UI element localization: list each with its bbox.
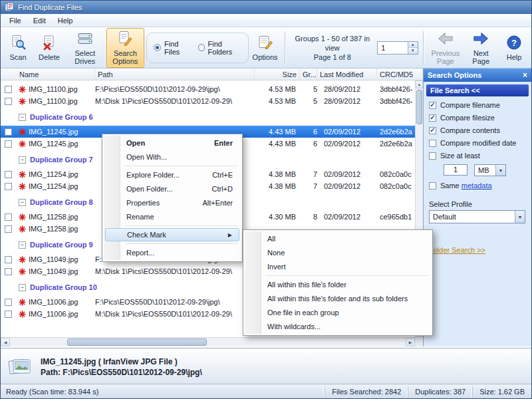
page-number-input[interactable]: 1: [378, 42, 407, 54]
row-checkbox[interactable]: [5, 171, 12, 178]
menu-item[interactable]: Explore Folder...Ctrl+E: [105, 168, 239, 182]
title-bar[interactable]: Find Duplicate Files: [1, 1, 531, 14]
close-icon[interactable]: ×: [523, 71, 527, 79]
file-search-section-header[interactable]: File Search <<: [426, 84, 529, 96]
option-label: Compare filesize: [440, 114, 495, 122]
row-checkbox[interactable]: [5, 256, 12, 263]
same-metadata-option[interactable]: Same metadata: [429, 182, 526, 190]
menu-item-label: Open With...: [126, 153, 167, 161]
chevron-down-icon: ▼: [515, 211, 525, 223]
option-checkbox[interactable]: [429, 114, 436, 122]
spinner-down-icon[interactable]: ▼: [408, 47, 418, 54]
menu-edit[interactable]: Edit: [27, 15, 52, 27]
profile-dropdown[interactable]: Default ▼: [429, 210, 525, 223]
option-checkbox[interactable]: [429, 140, 436, 147]
collapse-icon[interactable]: −: [19, 241, 26, 249]
row-checkbox[interactable]: [5, 225, 12, 233]
menu-item[interactable]: None: [246, 246, 430, 259]
option-checkbox[interactable]: [429, 127, 436, 134]
menu-item[interactable]: Invert: [246, 260, 430, 273]
row-checkbox[interactable]: [5, 213, 12, 221]
search-options-button[interactable]: Search Options: [106, 28, 145, 68]
duplicate-file-icon: [15, 213, 29, 221]
menu-item[interactable]: All: [246, 232, 430, 245]
next-page-button[interactable]: Next Page: [465, 28, 497, 68]
file-group-number: 6: [300, 128, 317, 136]
collapse-icon[interactable]: −: [19, 156, 26, 164]
menu-item[interactable]: One file in each group: [246, 306, 430, 319]
svg-text:?: ?: [511, 37, 517, 47]
scroll-left-icon[interactable]: ◀: [1, 338, 10, 346]
row-checkbox[interactable]: [5, 311, 12, 318]
menu-file[interactable]: File: [3, 15, 27, 27]
row-checkbox[interactable]: [5, 299, 12, 306]
folder-search-link[interactable]: Folder Search >>: [429, 246, 485, 254]
help-button[interactable]: ? Help: [499, 32, 529, 64]
compare-option[interactable]: Size at least: [429, 152, 526, 160]
previous-page-button[interactable]: Previous Page: [428, 28, 462, 68]
collapse-icon[interactable]: −: [19, 284, 26, 291]
page-number-stepper[interactable]: 1 ▲ ▼: [377, 41, 418, 55]
compare-option[interactable]: Compare modified date: [429, 139, 526, 147]
menu-item[interactable]: Report...: [105, 246, 239, 259]
column-header[interactable]: Gr...: [300, 68, 317, 80]
file-name: IMG_11049.jpg: [29, 267, 95, 275]
size-unit-dropdown[interactable]: MB ▼: [474, 164, 506, 176]
compare-option[interactable]: Compare filesize: [429, 114, 526, 122]
horizontal-scrollbar[interactable]: ◀ ▶: [1, 337, 415, 346]
row-checkbox[interactable]: [5, 98, 12, 105]
file-size: 4.30 MB: [255, 213, 300, 221]
find-folders-radio[interactable]: Find Folders: [198, 40, 241, 56]
scroll-right-icon[interactable]: ▶: [406, 338, 415, 346]
file-row[interactable]: IMG_11100.jpgM:\Disk 1\Pics\EOS550D\101\…: [1, 95, 415, 107]
size-input[interactable]: 1: [444, 164, 467, 176]
column-header[interactable]: Name: [1, 68, 95, 80]
v-scrollbar-thumb[interactable]: [416, 90, 422, 124]
menu-item[interactable]: OpenEnter: [105, 136, 239, 150]
menu-item[interactable]: Open Folder...Ctrl+D: [105, 182, 239, 196]
menu-item[interactable]: Check Mark▶: [105, 228, 239, 241]
row-checkbox[interactable]: [5, 128, 12, 136]
menu-item[interactable]: All within this file's folder: [246, 278, 430, 291]
select-drives-button[interactable]: Select Drives: [66, 28, 104, 68]
file-name: IMG_11245.jpg: [29, 140, 95, 148]
file-row[interactable]: IMG_11100.jpgF:\Pics\EOS550D\101\2012-09…: [1, 83, 415, 95]
row-checkbox[interactable]: [5, 86, 12, 93]
menu-item[interactable]: With wildcards...: [246, 320, 430, 333]
menu-item-label: One file in each group: [267, 309, 339, 317]
option-checkbox[interactable]: [429, 102, 436, 109]
column-header[interactable]: CRC/MD5: [377, 68, 423, 80]
row-checkbox[interactable]: [5, 140, 12, 148]
profile-value: Default: [430, 213, 515, 221]
column-header[interactable]: Last Modified: [317, 68, 377, 80]
options-button[interactable]: Options: [251, 32, 280, 64]
duplicate-file-icon: [15, 311, 29, 318]
menu-item[interactable]: Open With...: [105, 150, 239, 164]
spinner-up-icon[interactable]: ▲: [408, 42, 418, 48]
metadata-link[interactable]: metadata: [462, 182, 492, 190]
previous-page-icon: [437, 31, 454, 48]
column-header[interactable]: Path: [95, 68, 255, 80]
h-scrollbar-thumb[interactable]: [67, 338, 207, 346]
row-checkbox[interactable]: [5, 268, 12, 275]
file-group-number: 5: [300, 85, 317, 93]
option-checkbox[interactable]: [429, 152, 436, 160]
row-checkbox[interactable]: [5, 183, 12, 190]
menu-help[interactable]: Help: [52, 15, 79, 27]
scan-button[interactable]: Scan: [3, 32, 33, 64]
compare-option[interactable]: Compare contents: [429, 126, 526, 134]
scroll-up-icon[interactable]: ▲: [416, 80, 423, 88]
column-header[interactable]: Size: [255, 68, 300, 80]
menu-item[interactable]: PropertiesAlt+Enter: [105, 196, 239, 209]
find-files-radio[interactable]: Find Files: [154, 40, 189, 56]
collapse-icon[interactable]: −: [19, 114, 26, 121]
menu-item[interactable]: All within this file's folder and its su…: [246, 292, 430, 305]
file-group-number: 7: [300, 170, 317, 178]
menu-item[interactable]: Rename: [105, 210, 239, 223]
group-row[interactable]: −Duplicate Group 6: [1, 111, 415, 123]
compare-option[interactable]: Compare filename: [429, 101, 526, 109]
collapse-icon[interactable]: −: [19, 199, 26, 206]
same-metadata-checkbox[interactable]: [429, 182, 436, 190]
find-files-label: Find Files: [164, 40, 189, 56]
delete-button[interactable]: Delete: [35, 32, 64, 64]
